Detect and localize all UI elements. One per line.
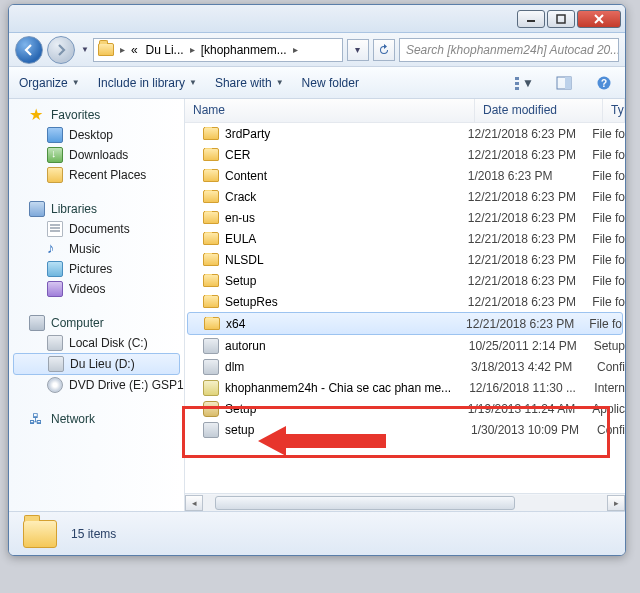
sidebar-item-dvd[interactable]: DVD Drive (E:) GSP1F: [9, 375, 184, 395]
file-row[interactable]: SetupRes12/21/2018 6:23 PMFile fo: [185, 291, 625, 312]
file-date: 12/21/2018 6:23 PM: [468, 211, 593, 225]
file-row[interactable]: EULA12/21/2018 6:23 PMFile fo: [185, 228, 625, 249]
chevron-right-icon[interactable]: ▸: [188, 44, 197, 55]
music-icon: ♪: [47, 241, 63, 257]
horizontal-scrollbar[interactable]: ◂ ▸: [185, 493, 625, 511]
folder-icon: [203, 295, 219, 308]
minimize-button[interactable]: [517, 10, 545, 28]
file-date: 12/21/2018 6:23 PM: [468, 148, 593, 162]
view-options-button[interactable]: ▼: [513, 73, 535, 93]
downloads-icon: [47, 147, 63, 163]
scroll-thumb[interactable]: [215, 496, 515, 510]
sidebar-item-videos[interactable]: Videos: [9, 279, 184, 299]
file-row[interactable]: setup1/30/2013 10:09 PMConfi: [185, 419, 625, 440]
file-type: File fo: [592, 127, 625, 141]
folder-icon: [203, 211, 219, 224]
folder-icon: [203, 127, 219, 140]
file-date: 12/21/2018 6:23 PM: [468, 190, 593, 204]
svg-rect-6: [515, 87, 519, 90]
sidebar-item-documents[interactable]: Documents: [9, 219, 184, 239]
file-list: Name Date modified Type 3rdParty12/21/20…: [185, 99, 625, 511]
preview-pane-button[interactable]: [553, 73, 575, 93]
history-dropdown[interactable]: ▼: [81, 45, 89, 54]
file-name: CER: [225, 148, 250, 162]
drive-icon: [47, 335, 63, 351]
svg-rect-5: [515, 82, 519, 85]
breadcrumb[interactable]: ▸ « Du Li... ▸ [khophanmem... ▸: [93, 38, 343, 62]
sidebar-item-recent[interactable]: Recent Places: [9, 165, 184, 185]
file-row[interactable]: autorun10/25/2011 2:14 PMSetup: [185, 335, 625, 356]
file-type: File fo: [592, 253, 625, 267]
sidebar-item-desktop[interactable]: Desktop: [9, 125, 184, 145]
sidebar-computer[interactable]: Computer: [9, 313, 184, 333]
file-type: File fo: [592, 211, 625, 225]
sidebar-item-music[interactable]: ♪ Music: [9, 239, 184, 259]
url-icon: [203, 380, 219, 396]
file-date: 12/21/2018 6:23 PM: [468, 232, 593, 246]
chevron-right-icon[interactable]: ▸: [291, 44, 300, 55]
column-date[interactable]: Date modified: [475, 99, 603, 122]
file-type: Confi: [597, 423, 625, 437]
file-name: SetupRes: [225, 295, 278, 309]
folder-icon: [203, 232, 219, 245]
pictures-icon: [47, 261, 63, 277]
folder-icon: [203, 253, 219, 266]
scroll-right-button[interactable]: ▸: [607, 495, 625, 511]
file-row[interactable]: CER12/21/2018 6:23 PMFile fo: [185, 144, 625, 165]
file-row[interactable]: x6412/21/2018 6:23 PMFile fo: [187, 312, 623, 335]
sidebar-network[interactable]: 🖧 Network: [9, 409, 184, 429]
network-icon: 🖧: [29, 411, 45, 427]
include-library-menu[interactable]: Include in library▼: [98, 76, 197, 90]
file-name: NLSDL: [225, 253, 264, 267]
close-button[interactable]: [577, 10, 621, 28]
file-name: Setup: [225, 274, 256, 288]
sidebar-item-pictures[interactable]: Pictures: [9, 259, 184, 279]
sidebar-favorites[interactable]: ★ Favorites: [9, 105, 184, 125]
file-row[interactable]: Setup1/19/2013 11:24 AMApplic: [185, 398, 625, 419]
file-name: autorun: [225, 339, 266, 353]
computer-icon: [29, 315, 45, 331]
organize-menu[interactable]: Organize▼: [19, 76, 80, 90]
file-row[interactable]: dlm3/18/2013 4:42 PMConfi: [185, 356, 625, 377]
file-row[interactable]: en-us12/21/2018 6:23 PMFile fo: [185, 207, 625, 228]
sidebar-item-downloads[interactable]: Downloads: [9, 145, 184, 165]
file-row[interactable]: Setup12/21/2018 6:23 PMFile fo: [185, 270, 625, 291]
scroll-track[interactable]: [203, 495, 607, 511]
folder-icon: [23, 520, 57, 548]
refresh-button[interactable]: [373, 39, 395, 61]
file-row[interactable]: 3rdParty12/21/2018 6:23 PMFile fo: [185, 123, 625, 144]
breadcrumb-prefix[interactable]: «: [127, 39, 142, 61]
sidebar-item-drive-d[interactable]: Du Lieu (D:): [13, 353, 180, 375]
documents-icon: [47, 221, 63, 237]
chevron-right-icon[interactable]: ▸: [118, 44, 127, 55]
search-input[interactable]: Search [khophanmem24h] Autocad 20...: [399, 38, 619, 62]
back-button[interactable]: [15, 36, 43, 64]
column-type[interactable]: Type: [603, 99, 625, 122]
file-row[interactable]: Crack12/21/2018 6:23 PMFile fo: [185, 186, 625, 207]
file-row[interactable]: khophanmem24h - Chia se cac phan me...12…: [185, 377, 625, 398]
scroll-left-button[interactable]: ◂: [185, 495, 203, 511]
file-type: File fo: [592, 169, 625, 183]
sidebar-item-drive-c[interactable]: Local Disk (C:): [9, 333, 184, 353]
ini-icon: [203, 338, 219, 354]
file-row[interactable]: Content1/2018 6:23 PMFile fo: [185, 165, 625, 186]
breadcrumb-seg-1[interactable]: Du Li...: [142, 39, 188, 61]
dvd-icon: [47, 377, 63, 393]
forward-button[interactable]: [47, 36, 75, 64]
file-rows: 3rdParty12/21/2018 6:23 PMFile foCER12/2…: [185, 123, 625, 493]
file-name: EULA: [225, 232, 256, 246]
libraries-icon: [29, 201, 45, 217]
share-with-menu[interactable]: Share with▼: [215, 76, 284, 90]
recent-icon: [47, 167, 63, 183]
column-name[interactable]: Name: [185, 99, 475, 122]
folder-icon: [203, 190, 219, 203]
breadcrumb-dropdown[interactable]: ▾: [347, 39, 369, 61]
maximize-button[interactable]: [547, 10, 575, 28]
file-row[interactable]: NLSDL12/21/2018 6:23 PMFile fo: [185, 249, 625, 270]
breadcrumb-seg-2[interactable]: [khophanmem...: [197, 39, 291, 61]
sidebar-libraries[interactable]: Libraries: [9, 199, 184, 219]
new-folder-button[interactable]: New folder: [302, 76, 359, 90]
file-date: 12/21/2018 6:23 PM: [468, 127, 593, 141]
help-button[interactable]: ?: [593, 73, 615, 93]
status-bar: 15 items: [9, 511, 625, 555]
